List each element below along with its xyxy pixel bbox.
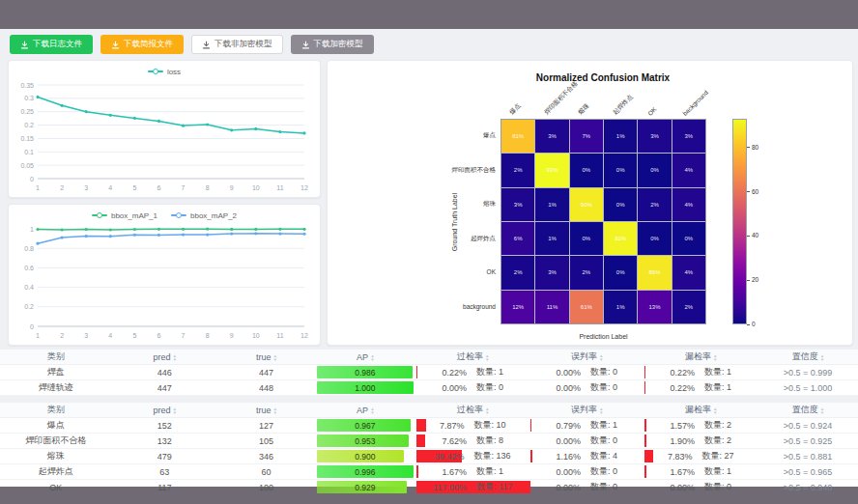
miss-rate-bar bbox=[644, 465, 646, 478]
ap-cell: 0.929 bbox=[317, 481, 415, 493]
legend-item-loss[interactable]: loss bbox=[148, 68, 181, 76]
sort-icon[interactable]: ▴▾ bbox=[273, 353, 276, 361]
column-header-2[interactable]: true▴▾ bbox=[217, 403, 314, 418]
svg-text:3: 3 bbox=[84, 184, 88, 191]
svg-text:2: 2 bbox=[60, 184, 64, 191]
matrix-cell: 2% bbox=[570, 256, 603, 289]
map-chart-card: bbox_mAP_1bbox_mAP_2 00.20.40.60.8112345… bbox=[8, 204, 321, 346]
data-point bbox=[157, 234, 160, 237]
confidence-value: >0.5 = 0.965 bbox=[758, 464, 858, 480]
sort-icon[interactable]: ▴▾ bbox=[714, 406, 717, 414]
ap-value: 0.986 bbox=[317, 366, 415, 378]
column-header-5[interactable]: 误判率▴▾ bbox=[529, 350, 644, 365]
svg-text:0.35: 0.35 bbox=[20, 82, 34, 89]
data-point bbox=[133, 234, 136, 237]
sort-icon[interactable]: ▴▾ bbox=[714, 353, 717, 361]
misjudge-rate-rate: 1.16% bbox=[556, 452, 581, 462]
charts-section: 下载日志文件下载简报文件下载非加密模型下载加密模型 loss 00.050.10… bbox=[0, 29, 858, 350]
data-point bbox=[182, 228, 185, 231]
over-rate-rate: 0.22% bbox=[442, 368, 467, 378]
over-rate-cell: 1.67%数量: 1 bbox=[415, 465, 529, 478]
colorbar bbox=[732, 119, 747, 324]
column-header-4[interactable]: 过检率▴▾ bbox=[415, 350, 529, 365]
column-header-3[interactable]: AP▴▾ bbox=[315, 403, 416, 418]
ap-cell: 0.967 bbox=[317, 419, 415, 432]
column-header-7[interactable]: 置信度▴▾ bbox=[758, 403, 858, 418]
column-header-3[interactable]: AP▴▾ bbox=[315, 350, 416, 365]
sort-icon[interactable]: ▴▾ bbox=[486, 406, 489, 414]
legend-item-bbox_mAP_1[interactable]: bbox_mAP_1 bbox=[92, 211, 157, 220]
sort-icon[interactable]: ▴▾ bbox=[273, 406, 276, 414]
column-header-6[interactable]: 漏检率▴▾ bbox=[644, 350, 758, 365]
miss-rate-rate: 0.22% bbox=[670, 383, 695, 393]
data-point bbox=[206, 123, 209, 126]
ap-value: 0.967 bbox=[317, 419, 415, 432]
data-point bbox=[302, 228, 305, 231]
misjudge-rate-cell: 0.00%数量: 0 bbox=[529, 481, 644, 493]
sort-icon[interactable]: ▴▾ bbox=[821, 353, 824, 361]
confidence-value: >0.5 = 0.925 bbox=[758, 434, 858, 449]
ap-value: 0.929 bbox=[317, 481, 415, 493]
matrix-cell: 90% bbox=[570, 188, 603, 221]
sort-icon[interactable]: ▴▾ bbox=[821, 406, 824, 414]
download-report-button[interactable]: 下载简报文件 bbox=[100, 35, 184, 54]
matrix-cell: 81% bbox=[501, 120, 534, 153]
column-header-2[interactable]: true▴▾ bbox=[217, 350, 314, 365]
misjudge-rate-cell: 0.79%数量: 1 bbox=[529, 419, 644, 432]
svg-text:10: 10 bbox=[252, 332, 260, 339]
sort-icon[interactable]: ▴▾ bbox=[174, 406, 177, 414]
legend-label: bbox_mAP_2 bbox=[190, 211, 237, 220]
column-header-7[interactable]: 置信度▴▾ bbox=[758, 350, 858, 365]
svg-text:0: 0 bbox=[30, 176, 34, 182]
confidence-value: >0.5 = 1.000 bbox=[758, 380, 858, 396]
column-header-4[interactable]: 过检率▴▾ bbox=[415, 403, 529, 418]
column-header-1[interactable]: pred▴▾ bbox=[111, 350, 217, 365]
sort-icon[interactable]: ▴▾ bbox=[371, 353, 374, 361]
sort-icon[interactable]: ▴▾ bbox=[600, 406, 603, 414]
legend-item-bbox_mAP_2[interactable]: bbox_mAP_2 bbox=[171, 211, 237, 220]
table-divider bbox=[0, 396, 858, 403]
sort-icon[interactable]: ▴▾ bbox=[486, 353, 489, 361]
column-header-5[interactable]: 误判率▴▾ bbox=[529, 403, 644, 418]
download-plain-model-button[interactable]: 下载非加密模型 bbox=[191, 35, 283, 54]
miss-rate-cell: 1.57%数量: 2 bbox=[644, 419, 758, 432]
download-encrypted-model-button[interactable]: 下载加密模型 bbox=[291, 35, 374, 54]
misjudge-rate-cell: 0.00%数量: 0 bbox=[529, 381, 644, 394]
data-point bbox=[85, 228, 88, 231]
column-header-label: 漏检率 bbox=[685, 350, 711, 363]
data-point bbox=[109, 114, 112, 117]
table-row: 焊印面积不合格1321050.9537.62%数量: 80.00%数量: 01.… bbox=[0, 434, 858, 449]
miss-rate-cell: 0.22%数量: 1 bbox=[644, 366, 758, 378]
matrix-cell: 1% bbox=[604, 291, 637, 323]
over-rate-bar bbox=[416, 419, 425, 432]
sort-icon[interactable]: ▴▾ bbox=[600, 353, 603, 361]
sort-icon[interactable]: ▴▾ bbox=[174, 353, 177, 361]
legend-marker-icon bbox=[92, 214, 107, 216]
download-log-button[interactable]: 下载日志文件 bbox=[10, 35, 93, 54]
over-rate-cell: 0.00%数量: 0 bbox=[415, 381, 529, 394]
sort-icon[interactable]: ▴▾ bbox=[371, 406, 374, 414]
over-rate-bar bbox=[416, 465, 418, 478]
over-rate-cell: 7.87%数量: 10 bbox=[415, 419, 529, 432]
column-header-1[interactable]: pred▴▾ bbox=[111, 403, 217, 418]
data-point bbox=[278, 228, 281, 231]
misjudge-rate-rate: 0.00% bbox=[556, 436, 581, 446]
svg-text:5: 5 bbox=[132, 332, 136, 339]
miss-rate-count: 数量: 1 bbox=[704, 381, 731, 394]
misjudge-rate-cell: 0.00%数量: 0 bbox=[529, 366, 644, 378]
matrix-cell: 92% bbox=[604, 222, 637, 255]
misjudge-rate-cell: 0.00%数量: 0 bbox=[529, 465, 644, 478]
colorbar-tick-label: 20 bbox=[752, 276, 758, 283]
column-header-6[interactable]: 漏检率▴▾ bbox=[644, 403, 758, 418]
confusion-matrix-card: Normalized Confusion Matrix 81%3%7%1%3%3… bbox=[327, 60, 853, 346]
misjudge-rate-count: 数量: 0 bbox=[590, 465, 617, 478]
miss-rate-rate: 1.90% bbox=[670, 436, 695, 446]
matrix-cell: 0% bbox=[672, 222, 705, 255]
toolbar: 下载日志文件下载简报文件下载非加密模型下载加密模型 bbox=[10, 35, 853, 54]
miss-rate-rate: 7.83% bbox=[668, 452, 693, 462]
matrix-cell: 1% bbox=[604, 120, 637, 153]
legend-marker-icon bbox=[171, 214, 186, 216]
download-icon bbox=[202, 41, 211, 49]
svg-text:0.15: 0.15 bbox=[20, 135, 34, 142]
class-name: 爆点 bbox=[0, 418, 111, 434]
